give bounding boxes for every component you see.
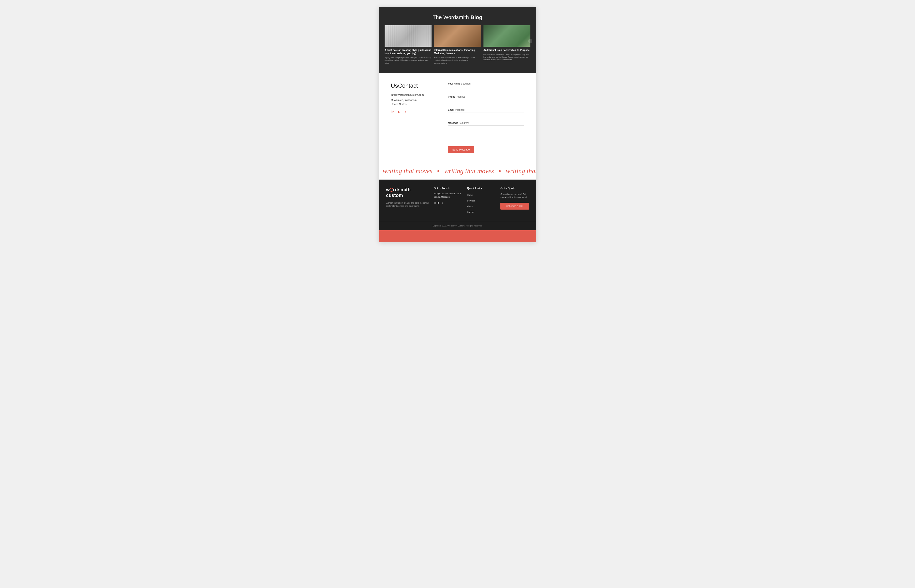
contact-title-regular: Contact: [398, 82, 418, 89]
blog-card-title-2: Internal Communications: Importing Marke…: [434, 48, 481, 55]
footer-youtube-icon[interactable]: ▶: [438, 201, 440, 204]
footer-tiktok-icon[interactable]: ♪: [442, 201, 443, 204]
linkedin-icon[interactable]: in: [391, 110, 395, 114]
message-textarea[interactable]: [448, 125, 524, 142]
blog-card-title-1: A brief note on creating style guides (a…: [385, 48, 432, 55]
main-container: The Wordsmith Blog A brief note on creat…: [379, 7, 536, 242]
email-label-text: Email: [448, 108, 454, 111]
blog-title-bold: Blog: [470, 14, 482, 20]
blog-image-1: [385, 25, 432, 47]
footer-link-about-anchor[interactable]: About: [467, 205, 473, 208]
quick-links-title: Quick Links: [467, 187, 496, 189]
carousel-next-button[interactable]: ›: [528, 39, 532, 43]
footer-logo-area: wrdsmithcustom Wordsmith Custom creates …: [386, 187, 429, 215]
phone-required: (required): [456, 95, 466, 98]
footer-linkedin-icon[interactable]: in: [434, 201, 436, 204]
blog-card: A brief note on creating style guides (a…: [385, 25, 432, 64]
contact-title-bold: Us: [391, 82, 398, 89]
blog-card: Internal Communications: Importing Marke…: [434, 25, 481, 64]
blog-card: An Intranet is as Powerful as Its Purpos…: [483, 25, 530, 64]
footer-contact-email[interactable]: info@wordsmithcustom.com: [434, 192, 462, 195]
marquee-dot-2: •: [498, 167, 502, 175]
footer-link-services-anchor[interactable]: Services: [467, 200, 475, 202]
phone-label: Phone (required): [448, 95, 524, 98]
marquee-text-2: writing that moves: [440, 167, 497, 175]
send-message-button[interactable]: Send Message: [448, 146, 474, 153]
contact-left: UsContact info@wordsmithcustom.com Milwa…: [391, 82, 439, 153]
form-group-email: Email (required): [448, 108, 524, 118]
footer: wrdsmithcustom Wordsmith Custom creates …: [379, 179, 536, 230]
name-input[interactable]: [448, 86, 524, 92]
get-a-quote-title: Get a Quote: [500, 187, 529, 189]
form-group-name: Your Name (required): [448, 82, 524, 92]
blog-card-excerpt-1: Style guides bring me joy. How about you…: [385, 56, 432, 64]
contact-heading: UsContact: [391, 82, 439, 89]
email-label: Email (required): [448, 108, 524, 111]
message-label-text: Message: [448, 122, 458, 124]
blog-image-2: [434, 25, 481, 47]
blog-title: The Wordsmith Blog: [385, 14, 530, 21]
contact-form: Your Name (required) Phone (required) Em…: [448, 82, 524, 153]
form-group-phone: Phone (required): [448, 95, 524, 105]
footer-get-in-touch: Get in Touch info@wordsmithcustom.com Se…: [434, 187, 462, 215]
footer-copyright: Copyright 2023. Wordsmith Custom. All ri…: [386, 221, 529, 230]
blog-section: The Wordsmith Blog A brief note on creat…: [379, 7, 536, 73]
blog-card-excerpt-3: Many intranets fail but don't have to. E…: [483, 53, 530, 61]
footer-get-a-quote: Get a Quote Consultations are free! Get …: [500, 187, 529, 215]
marquee-text-1: writing that moves: [379, 167, 436, 175]
marquee-track: writing that moves • writing that moves …: [379, 167, 536, 175]
footer-send-message-link[interactable]: Send a Message: [434, 196, 462, 198]
footer-quick-links: Quick Links Home Services About Contact: [467, 187, 496, 215]
tiktok-icon[interactable]: ♪: [403, 110, 408, 114]
logo-o-icon: [390, 188, 394, 192]
footer-link-contact-anchor[interactable]: Contact: [467, 211, 475, 213]
footer-link-home[interactable]: Home: [467, 192, 496, 197]
form-group-message: Message (required): [448, 122, 524, 143]
marquee-section: writing that moves • writing that moves …: [379, 162, 536, 179]
contact-city: Milwaukee, Wisconsin: [391, 99, 416, 102]
footer-links-list: Home Services About Contact: [467, 192, 496, 214]
get-in-touch-title: Get in Touch: [434, 187, 462, 189]
marquee-dot-1: •: [436, 167, 440, 175]
page-wrapper: The Wordsmith Blog A brief note on creat…: [0, 0, 915, 588]
blog-title-regular: The Wordsmith: [432, 14, 470, 20]
schedule-call-button[interactable]: Schedule a Call: [500, 203, 529, 210]
name-label-text: Your Name: [448, 82, 460, 85]
footer-top: wrdsmithcustom Wordsmith Custom creates …: [386, 187, 529, 221]
blog-card-title-3: An Intranet is as Powerful as Its Purpos…: [483, 48, 530, 52]
marquee-text-3: writing that moves: [502, 167, 536, 175]
footer-logo: wrdsmithcustom: [386, 187, 429, 198]
contact-section: UsContact info@wordsmithcustom.com Milwa…: [379, 73, 536, 162]
phone-input[interactable]: [448, 99, 524, 105]
phone-label-text: Phone: [448, 95, 455, 98]
blog-card-excerpt-2: The same techniques used in an externall…: [434, 56, 481, 64]
name-label: Your Name (required): [448, 82, 524, 85]
footer-tagline: Wordsmith Custom creates and edits thoug…: [386, 202, 429, 208]
footer-social-icons: in ▶ ♪: [434, 201, 462, 204]
red-bar: [379, 230, 536, 242]
get-a-quote-description: Consultations are free! Get started with…: [500, 192, 529, 199]
message-label: Message (required): [448, 122, 524, 124]
email-required: (required): [455, 108, 465, 111]
blog-image-3: [483, 25, 530, 47]
email-input[interactable]: [448, 112, 524, 118]
contact-address: Milwaukee, Wisconsin United States: [391, 98, 439, 107]
message-required: (required): [459, 122, 469, 124]
name-required: (required): [461, 82, 471, 85]
youtube-icon[interactable]: ▶: [397, 110, 401, 114]
footer-link-home-anchor[interactable]: Home: [467, 194, 473, 196]
footer-link-contact[interactable]: Contact: [467, 210, 496, 214]
footer-link-about[interactable]: About: [467, 204, 496, 208]
blog-carousel: A brief note on creating style guides (a…: [385, 25, 530, 64]
social-icons: in ▶ ♪: [391, 110, 439, 114]
contact-email: info@wordsmithcustom.com: [391, 94, 439, 96]
contact-country: United States: [391, 103, 406, 105]
footer-link-services[interactable]: Services: [467, 198, 496, 202]
